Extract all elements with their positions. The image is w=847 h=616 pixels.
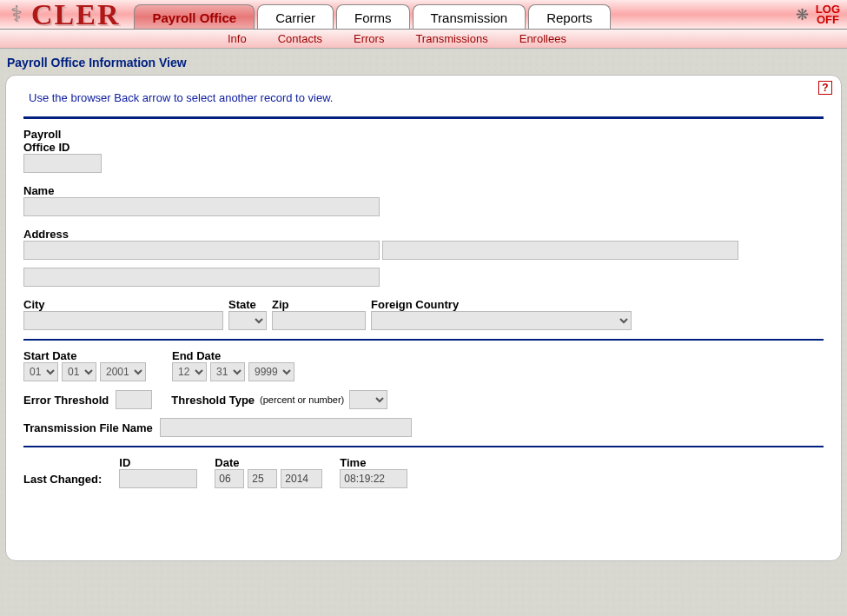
- label-time: Time: [340, 456, 407, 469]
- label-foreign-country: Foreign Country: [371, 298, 632, 311]
- separator: [23, 446, 824, 447]
- label-date: Date: [215, 456, 322, 469]
- name-field: [23, 197, 380, 216]
- label-start-date: Start Date: [23, 349, 146, 362]
- subnav-info[interactable]: Info: [228, 32, 247, 45]
- row-threshold: Error Threshold Threshold Type (percent …: [23, 390, 824, 409]
- end-year-select[interactable]: 9999: [248, 362, 294, 381]
- label-transmission-file-name: Transmission File Name: [23, 421, 153, 434]
- end-day-select[interactable]: 31: [210, 362, 245, 381]
- label-id: ID: [119, 456, 197, 469]
- label-threshold-type: Threshold Type: [171, 394, 255, 407]
- address1-field: [23, 241, 380, 260]
- last-date-mm-field: 06: [215, 469, 244, 488]
- tab-forms[interactable]: Forms: [336, 4, 410, 29]
- start-year-select[interactable]: 2001: [100, 362, 146, 381]
- subnav-enrollees[interactable]: Enrollees: [519, 32, 566, 45]
- page: Payroll Office Information View ? Use th…: [0, 49, 847, 579]
- subnav-errors[interactable]: Errors: [354, 32, 384, 45]
- label-error-threshold: Error Threshold: [23, 394, 109, 407]
- help-icon[interactable]: ?: [818, 81, 832, 95]
- transmission-file-name-field: [160, 418, 412, 437]
- subnav-contacts[interactable]: Contacts: [278, 32, 322, 45]
- row-city-state-zip: City State Zip Foreign Country: [23, 298, 824, 330]
- start-day-select[interactable]: 01: [62, 362, 96, 381]
- row-address: Address: [23, 228, 824, 289]
- hint-text: Use the browser Back arrow to select ano…: [23, 83, 824, 113]
- label-address: Address: [23, 228, 824, 241]
- threshold-type-select[interactable]: [349, 390, 387, 409]
- gear-icon[interactable]: ❋: [796, 5, 809, 24]
- row-dates: Start Date 01 01 2001 End Date 12 31 999…: [23, 349, 824, 381]
- tab-carrier[interactable]: Carrier: [257, 4, 334, 29]
- payroll-office-id-field: [23, 154, 102, 173]
- start-month-select[interactable]: 01: [23, 362, 58, 381]
- last-id-field: [119, 469, 197, 488]
- last-time-field: 08:19:22: [340, 469, 407, 488]
- tab-transmission[interactable]: Transmission: [413, 4, 526, 29]
- foreign-country-select[interactable]: [371, 311, 632, 330]
- state-select[interactable]: [228, 311, 267, 330]
- content-panel: ? Use the browser Back arrow to select a…: [5, 75, 842, 561]
- address2-field: [382, 241, 738, 260]
- separator: [23, 339, 824, 341]
- sub-nav: Info Contacts Errors Transmissions Enrol…: [0, 30, 847, 49]
- caduceus-icon: ⚕: [3, 0, 30, 29]
- app-logo: CLER: [30, 0, 134, 29]
- threshold-type-note: (percent or number): [260, 394, 344, 405]
- label-zip: Zip: [272, 298, 366, 311]
- label-end-date: End Date: [172, 349, 294, 362]
- tab-payroll-office[interactable]: Payroll Office: [134, 4, 255, 29]
- page-title: Payroll Office Information View: [5, 54, 842, 75]
- row-name: Name: [23, 184, 824, 219]
- address3-field: [23, 268, 380, 287]
- header-bar: ⚕ CLER Payroll Office Carrier Forms Tran…: [0, 0, 847, 30]
- city-field: [23, 311, 223, 330]
- label-state: State: [228, 298, 267, 311]
- row-transmission-file: Transmission File Name: [23, 418, 824, 437]
- end-month-select[interactable]: 12: [172, 362, 207, 381]
- logoff-button[interactable]: LOGOFF: [816, 4, 840, 24]
- last-date-yyyy-field: 2014: [281, 469, 322, 488]
- label-name: Name: [23, 184, 824, 197]
- error-threshold-field: [116, 390, 152, 409]
- last-date-dd-field: 25: [248, 469, 277, 488]
- zip-field: [272, 311, 366, 330]
- row-payroll-office-id: PayrollOffice ID: [23, 128, 824, 176]
- subnav-transmissions[interactable]: Transmissions: [415, 32, 487, 45]
- label-payroll-office-id: PayrollOffice ID: [23, 128, 76, 154]
- separator: [23, 116, 824, 119]
- main-tabs: Payroll Office Carrier Forms Transmissio…: [134, 2, 610, 29]
- label-last-changed: Last Changed:: [23, 473, 102, 488]
- header-right: ❋ LOGOFF: [796, 0, 847, 29]
- row-last-changed: Last Changed: ID Date 06 25 2014 Time 08…: [23, 456, 824, 488]
- tab-reports[interactable]: Reports: [528, 4, 611, 29]
- label-city: City: [23, 298, 223, 311]
